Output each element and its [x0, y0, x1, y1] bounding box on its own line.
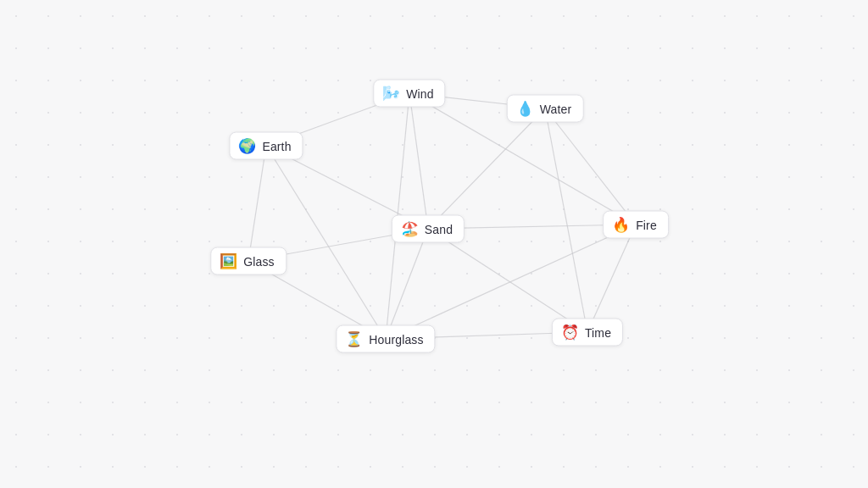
edge-wind-sand [409, 93, 428, 229]
node-icon-glass: 🖼️ [220, 254, 237, 269]
node-wind[interactable]: 🌬️Wind [373, 80, 445, 108]
node-sand[interactable]: 🏖️Sand [392, 215, 465, 243]
node-icon-fire: 🔥 [612, 218, 630, 232]
edge-water-fire [545, 108, 636, 225]
edge-earth-glass [248, 146, 266, 261]
node-earth[interactable]: 🌍Earth [229, 132, 303, 160]
node-icon-earth: 🌍 [238, 139, 256, 153]
node-label-sand: Sand [425, 222, 453, 236]
edge-water-time [545, 108, 587, 332]
node-label-earth: Earth [262, 139, 291, 152]
node-label-glass: Glass [243, 254, 275, 268]
graph-container: 🌬️Wind💧Water🌍Earth🔥Fire🏖️Sand🖼️Glass⏳Hou… [0, 0, 868, 488]
node-icon-wind: 🌬️ [382, 86, 400, 101]
node-hourglass[interactable]: ⏳Hourglass [336, 325, 435, 353]
edge-fire-time [587, 225, 636, 332]
node-label-water: Water [540, 102, 572, 115]
node-time[interactable]: ⏰Time [552, 319, 623, 347]
node-icon-water: 💧 [516, 102, 534, 116]
connections-svg [0, 0, 868, 488]
edge-earth-hourglass [266, 146, 386, 339]
edge-sand-hourglass [386, 229, 428, 339]
node-label-wind: Wind [406, 86, 433, 100]
node-fire[interactable]: 🔥Fire [603, 211, 669, 239]
edge-water-sand [428, 108, 545, 229]
node-label-time: Time [585, 325, 611, 339]
edge-sand-time [428, 229, 587, 332]
node-icon-hourglass: ⏳ [345, 332, 363, 347]
node-label-fire: Fire [636, 218, 657, 231]
node-glass[interactable]: 🖼️Glass [210, 247, 287, 275]
node-icon-sand: 🏖️ [401, 222, 419, 236]
node-icon-time: ⏰ [561, 325, 579, 340]
node-label-hourglass: Hourglass [369, 332, 423, 346]
node-water[interactable]: 💧Water [507, 95, 584, 123]
